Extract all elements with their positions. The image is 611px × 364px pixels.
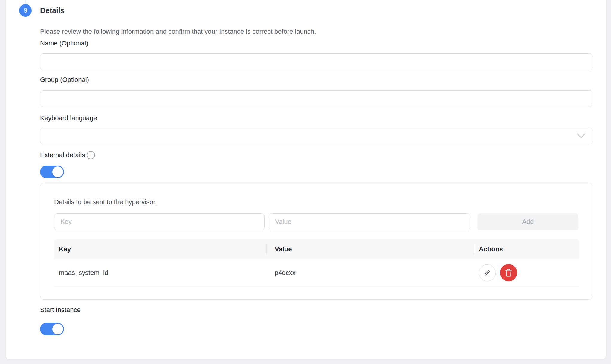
external-details-label: External details [40,151,85,160]
name-label: Name (Optional) [40,39,593,48]
keyboard-language-select[interactable] [40,128,592,144]
details-table: Key Value Actions maas_system_id p4dcxx [54,239,579,286]
page-title: Details [40,6,65,15]
group-label: Group (Optional) [40,75,593,84]
keyboard-language-label: Keyboard language [40,114,593,123]
cell-key: maas_system_id [54,269,266,277]
step-header: 9 Details [6,0,606,17]
chevron-down-icon [577,133,586,139]
column-divider [474,244,474,255]
start-instance-toggle[interactable] [40,323,64,335]
external-details-panel: Details to be sent to the hypervisor. Ad… [40,183,592,300]
cell-value: p4dcxx [266,269,474,277]
header-value: Value [266,245,474,253]
toggle-knob [52,324,63,334]
toggle-knob [52,166,63,177]
trash-icon [504,268,513,277]
edit-button[interactable] [479,264,496,281]
column-divider [266,244,267,255]
info-icon[interactable]: i [87,151,95,159]
add-button[interactable]: Add [477,213,578,230]
header-key: Key [54,245,266,253]
details-step-card: 9 Details Please review the following in… [5,0,606,360]
key-value-entry-row: Add [54,213,578,230]
step-number-badge: 9 [19,4,32,17]
external-details-toggle[interactable] [40,166,64,178]
table-row: maas_system_id p4dcxx [54,259,579,286]
start-instance-label: Start Instance [40,305,593,314]
key-input[interactable] [54,213,265,230]
table-header: Key Value Actions [54,239,579,259]
header-actions: Actions [474,245,579,253]
pencil-icon [483,268,492,277]
name-input[interactable] [40,53,592,70]
group-input[interactable] [40,90,592,107]
delete-button[interactable] [500,264,517,281]
cell-actions [474,264,579,281]
intro-text: Please review the following information … [40,27,593,36]
external-details-row: External details i [40,151,593,160]
value-input[interactable] [269,213,470,230]
step-connector-line [25,0,26,4]
panel-description: Details to be sent to the hypervisor. [54,198,578,207]
